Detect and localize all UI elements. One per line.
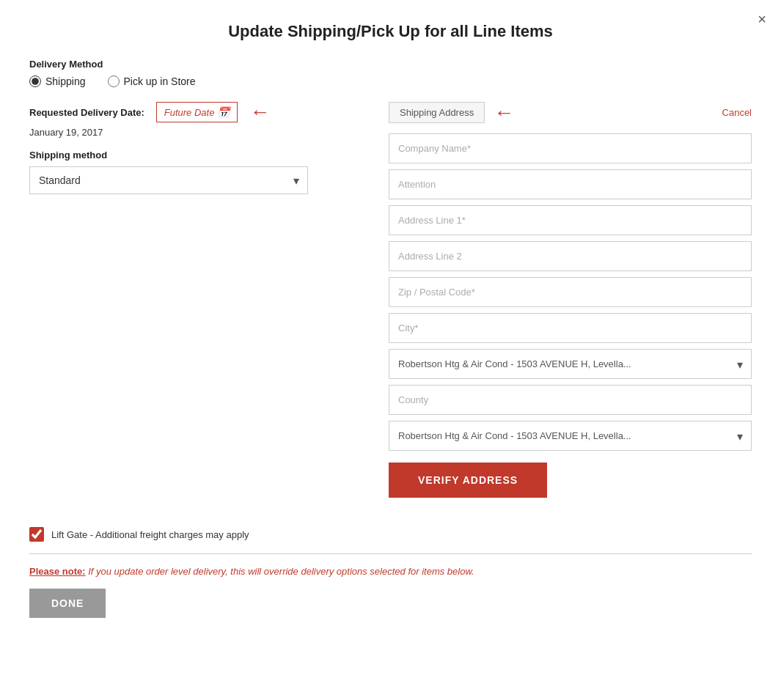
shipping-radio[interactable] [29,75,41,87]
address-line-1-input[interactable] [389,205,752,235]
shipping-address-tab[interactable]: Shipping Address [389,102,485,123]
pickup-label: Pick up in Store [124,75,196,87]
address-line-2-input[interactable] [389,241,752,271]
state-select[interactable]: Robertson Htg & Air Cond - 1503 AVENUE H… [389,349,752,379]
shipping-label: Shipping [45,75,86,87]
right-panel: Shipping Address ← Cancel [389,102,752,498]
country-select[interactable]: Robertson Htg & Air Cond - 1503 AVENUE H… [389,421,752,451]
requested-delivery-row: Requested Delivery Date: Future Date 📅 ← [29,102,359,122]
country-select-wrapper: Robertson Htg & Air Cond - 1503 AVENUE H… [389,421,752,451]
shipping-method-label: Shipping method [29,150,359,161]
date-value: January 19, 2017 [29,127,359,138]
county-field [389,385,752,415]
note-prefix: Please note: [29,566,86,577]
state-select-wrapper: Robertson Htg & Air Cond - 1503 AVENUE H… [389,349,752,379]
company-name-input[interactable] [389,133,752,163]
shipping-radio-option[interactable]: Shipping [29,75,86,87]
lift-gate-section: Lift Gate - Additional freight charges m… [29,527,752,542]
shipping-method-select[interactable]: Standard [29,166,308,194]
arrow-left-icon: ← [494,103,514,123]
main-content: Requested Delivery Date: Future Date 📅 ←… [29,102,752,498]
pickup-radio-option[interactable]: Pick up in Store [108,75,196,87]
address-line-2-field [389,241,752,271]
company-name-field [389,133,752,163]
verify-address-button[interactable]: VERIFY ADDRESS [389,463,547,498]
modal-container: Update Shipping/Pick Up for all Line Ite… [0,0,781,700]
delivery-method-group: Shipping Pick up in Store [29,75,752,87]
arrow-right-icon: ← [249,102,270,122]
delivery-method-label: Delivery Method [29,59,752,70]
close-button[interactable]: × [758,12,766,26]
pickup-radio[interactable] [108,75,120,87]
lift-gate-checkbox[interactable] [29,527,44,542]
city-field [389,313,752,343]
left-panel: Requested Delivery Date: Future Date 📅 ←… [29,102,359,498]
note-body: If you update order level delivery, this… [86,566,474,577]
county-input[interactable] [389,385,752,415]
modal-title: Update Shipping/Pick Up for all Line Ite… [29,22,752,41]
zip-postal-field [389,277,752,307]
future-date-text: Future Date [164,107,215,118]
divider [29,553,752,554]
zip-postal-input[interactable] [389,277,752,307]
address-line-1-field [389,205,752,235]
shipping-method-select-wrapper: Standard [29,166,308,194]
calendar-icon: 📅 [217,106,230,118]
city-input[interactable] [389,313,752,343]
lift-gate-label: Lift Gate - Additional freight charges m… [51,529,249,540]
future-date-button[interactable]: Future Date 📅 [156,102,238,122]
attention-input[interactable] [389,169,752,199]
done-button[interactable]: DONE [29,589,106,618]
attention-field [389,169,752,199]
requested-delivery-label: Requested Delivery Date: [29,107,144,118]
note-text: Please note: If you update order level d… [29,566,752,577]
cancel-link[interactable]: Cancel [722,107,752,118]
shipping-address-row: Shipping Address ← Cancel [389,102,752,123]
